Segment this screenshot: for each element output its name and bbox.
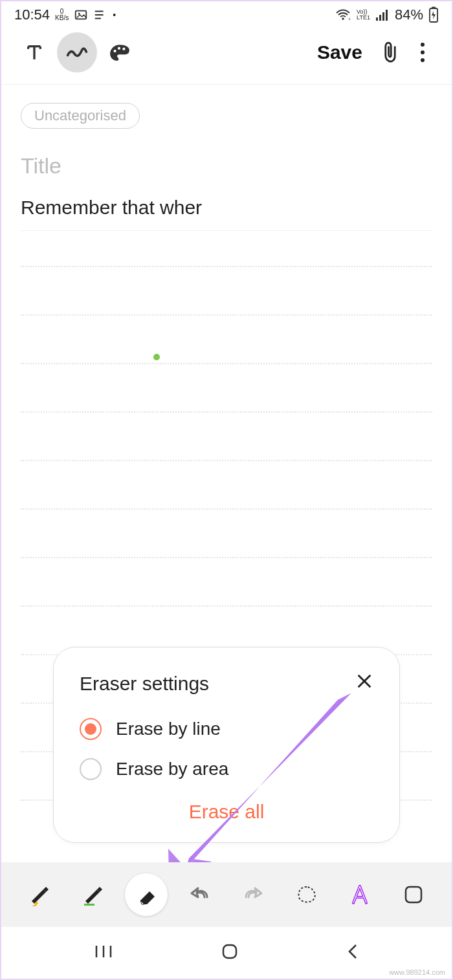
svg-point-12 (122, 48, 125, 50)
recents-nav-button[interactable] (94, 944, 113, 962)
title-input[interactable]: Title (21, 153, 432, 179)
svg-point-10 (113, 50, 116, 52)
radio-unselected-icon (80, 758, 102, 780)
favorite-pen-tool[interactable] (18, 873, 61, 916)
svg-rect-7 (386, 10, 388, 21)
svg-rect-17 (84, 904, 94, 906)
editor-top-toolbar: Save (1, 26, 452, 85)
eraser-tool[interactable] (125, 873, 168, 916)
svg-point-2 (342, 17, 344, 20)
battery-icon (428, 6, 439, 23)
svg-point-11 (118, 47, 120, 50)
wifi-icon: + (335, 8, 351, 21)
radio-selected-icon (80, 718, 102, 740)
redo-button[interactable] (232, 873, 274, 916)
svg-point-14 (421, 50, 425, 54)
text-tool-button[interactable] (14, 32, 54, 72)
svg-rect-5 (379, 15, 381, 21)
svg-point-13 (421, 43, 425, 47)
svg-text:+: + (348, 17, 351, 21)
svg-point-15 (421, 58, 425, 62)
volte-indicator: Vo))LTE1 (357, 9, 370, 21)
ink-dot (153, 354, 160, 360)
popup-title: Eraser settings (80, 673, 209, 695)
image-icon (74, 8, 88, 22)
lasso-select-tool[interactable] (285, 873, 328, 916)
signal-icon (375, 8, 390, 21)
network-speed-icon: 0 KB/s (55, 8, 69, 21)
note-body-text[interactable]: Remember that wher (21, 197, 432, 231)
status-time: 10:54 (14, 6, 50, 23)
svg-rect-22 (223, 945, 236, 958)
drawing-tool-bar (1, 862, 452, 927)
close-icon[interactable] (355, 672, 373, 695)
palette-button[interactable] (100, 32, 140, 72)
dot-icon: • (113, 10, 116, 20)
svg-rect-4 (376, 17, 378, 21)
pen-tool-button[interactable] (57, 32, 97, 72)
system-nav-bar (1, 927, 452, 979)
back-nav-button[interactable] (346, 942, 359, 963)
option-label: Erase by line (116, 719, 221, 739)
app-icon (93, 8, 107, 21)
attachment-button[interactable] (374, 41, 406, 64)
highlighter-tool[interactable] (72, 873, 115, 916)
battery-text: 84% (395, 6, 423, 23)
status-bar: 10:54 0 KB/s • + Vo))LTE1 84% (1, 1, 452, 26)
svg-rect-18 (406, 887, 421, 902)
svg-rect-6 (382, 12, 384, 21)
watermark-text: www.989214.com (389, 968, 445, 976)
erase-all-button[interactable]: Erase all (80, 801, 373, 823)
category-chip[interactable]: Uncategorised (21, 103, 140, 129)
svg-rect-9 (432, 7, 436, 9)
shape-box-tool[interactable] (392, 873, 435, 916)
more-options-button[interactable] (406, 42, 439, 63)
eraser-settings-popup: Eraser settings Erase by line Erase by a… (53, 647, 400, 843)
save-button[interactable]: Save (305, 41, 374, 63)
option-label: Erase by area (116, 759, 228, 779)
undo-button[interactable] (179, 873, 221, 916)
erase-by-line-option[interactable]: Erase by line (80, 718, 373, 740)
home-nav-button[interactable] (220, 942, 239, 964)
erase-by-area-option[interactable]: Erase by area (80, 758, 373, 780)
text-style-tool[interactable] (338, 873, 381, 916)
